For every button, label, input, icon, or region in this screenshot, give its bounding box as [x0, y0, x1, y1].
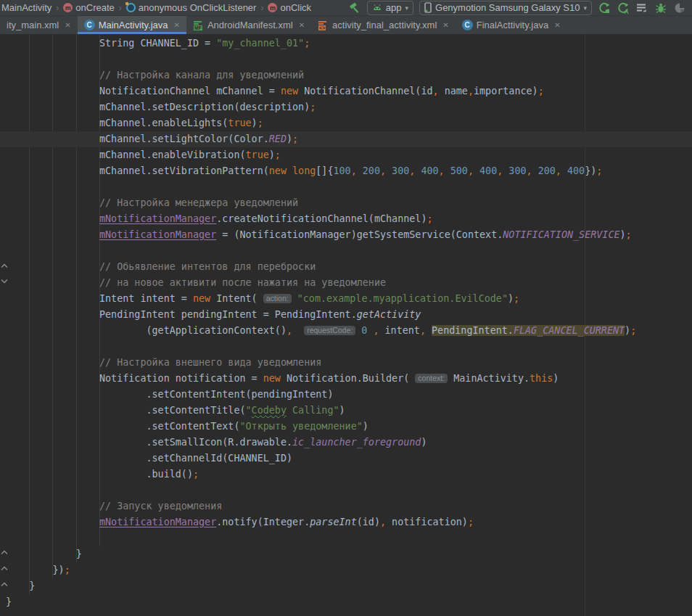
chevron-down-icon: ▾ [583, 4, 587, 12]
close-icon[interactable]: ✕ [173, 21, 179, 29]
code-line[interactable]: Notification notification = new Notifica… [0, 371, 692, 387]
close-icon[interactable]: ✕ [65, 21, 70, 29]
code-line[interactable]: mNotificationManager.createNotificationC… [0, 211, 692, 227]
phone-icon [424, 2, 432, 13]
code-line[interactable]: .setContentText("Открыть уведомление") [0, 419, 692, 435]
run-config-label: app [386, 2, 402, 13]
ide-window: MainActivity›monCreate›anonymous OnClick… [0, 0, 692, 616]
breadcrumb-label: MainActivity [1, 2, 52, 13]
editor-tabbar: ity_main.xml✕CMainActivity.java✕MFAndroi… [0, 16, 692, 34]
method-icon: m [268, 3, 277, 12]
code-line[interactable] [0, 243, 692, 259]
breadcrumb-label: onCreate [75, 2, 114, 13]
breadcrumb-separator: › [119, 3, 122, 13]
breadcrumb-label: anonymous OnClickListener [139, 2, 257, 13]
code-line[interactable]: mChannel.setLightColor(Color.RED); [0, 131, 692, 147]
code-line[interactable]: .setContentTitle("Codeby Calling") [0, 403, 692, 419]
code-line[interactable]: String CHANNEL_ID = "my_channel_01"; [0, 36, 692, 52]
chevron-down-icon: ▾ [405, 4, 409, 12]
breadcrumb-separator: › [56, 3, 59, 13]
code-line[interactable]: } [0, 546, 692, 562]
code-line[interactable]: .setChannelId(CHANNEL_ID) [0, 451, 692, 467]
code-line[interactable] [0, 530, 692, 546]
code-line[interactable]: NotificationChannel mChannel = new Notif… [0, 83, 692, 99]
breadcrumb-label: onClick [280, 2, 311, 13]
code-line[interactable]: } [0, 578, 692, 594]
device-label: Genymotion Samsung Galaxy S10 [435, 2, 580, 13]
code-line[interactable] [0, 339, 692, 355]
tab-label: activity_final_acttivity.xml [332, 20, 437, 30]
code-line[interactable]: .build(); [0, 467, 692, 482]
code-line[interactable]: // Запуск уведомления [0, 498, 692, 514]
tab-MainActivity.java[interactable]: CMainActivity.java✕ [78, 16, 186, 34]
code-line[interactable]: (getApplicationContext(), requestCode: 0… [0, 323, 692, 339]
profiler-icon[interactable] [674, 2, 685, 14]
tab-ity_main.xml[interactable]: ity_main.xml✕ [0, 16, 78, 34]
breadcrumb-separator: › [260, 3, 263, 13]
android-icon [372, 4, 382, 12]
close-icon[interactable]: ✕ [554, 21, 560, 29]
class-icon: C [84, 20, 95, 30]
code-line[interactable] [0, 179, 692, 195]
code-line[interactable] [0, 52, 692, 67]
code-line[interactable]: // Настройка менеджера уведомлений [0, 195, 692, 211]
apply-changes-icon[interactable] [598, 2, 610, 14]
anonymous-class-icon [126, 3, 136, 12]
code-editor[interactable]: String CHANNEL_ID = "my_channel_01"; // … [0, 34, 692, 616]
code-line[interactable]: PendingIntent pendingIntent = PendingInt… [0, 307, 692, 323]
main-toolbar: MainActivity›monCreate›anonymous OnClick… [0, 0, 692, 16]
code-line[interactable]: // на новое активити после нажатия на ув… [0, 275, 692, 291]
code-line[interactable] [0, 482, 692, 498]
run-config-select[interactable]: app ▾ [367, 1, 413, 15]
build-hammer-icon[interactable] [349, 2, 361, 14]
apply-code-changes-icon[interactable]: A [617, 2, 629, 14]
code-line[interactable]: // Настройка внешнего вида уведомления [0, 355, 692, 371]
tab-label: MainActivity.java [99, 20, 168, 30]
code-line[interactable]: mNotificationManager = (NotificationMana… [0, 227, 692, 243]
breadcrumb-item[interactable]: monCreate [63, 2, 114, 13]
code-line[interactable]: mChannel.enableLights(true); [0, 115, 692, 131]
tab-label: ity_main.xml [7, 20, 59, 30]
code-line[interactable]: .setContentIntent(pendingIntent) [0, 387, 692, 403]
breadcrumbs: MainActivity›monCreate›anonymous OnClick… [1, 2, 345, 13]
code-lines[interactable]: String CHANNEL_ID = "my_channel_01"; // … [0, 34, 692, 610]
device-select[interactable]: Genymotion Samsung Galaxy S10 ▾ [419, 1, 592, 15]
tab-FinalActtivity.java[interactable]: CFinalActtivity.java✕ [456, 16, 567, 34]
code-line[interactable]: } [0, 594, 692, 610]
method-icon: m [63, 3, 73, 12]
breadcrumb-item[interactable]: monClick [268, 2, 311, 13]
code-line[interactable]: Intent intent = new Intent( action: "com… [0, 291, 692, 307]
code-line[interactable]: mChannel.setVibrationPattern(new long[]{… [0, 163, 692, 179]
code-line[interactable]: mChannel.enableVibration(true); [0, 147, 692, 163]
build-sequence-icon[interactable] [636, 2, 648, 14]
code-line[interactable]: .setSmallIcon(R.drawable.ic_launcher_for… [0, 435, 692, 451]
code-line[interactable]: }); [0, 562, 692, 578]
close-icon[interactable]: ✕ [442, 21, 448, 29]
breadcrumb-item[interactable]: anonymous OnClickListener [126, 2, 257, 13]
tab-activity_final_acttivity.xml[interactable]: <>activity_final_acttivity.xml✕ [311, 16, 456, 34]
debug-attach-icon[interactable] [655, 2, 667, 14]
tab-AndroidManifest.xml[interactable]: MFAndroidManifest.xml✕ [186, 16, 311, 34]
tab-label: FinalActtivity.java [477, 20, 548, 30]
breadcrumb-item[interactable]: MainActivity [1, 2, 52, 13]
manifest-file-icon: MF [193, 20, 204, 30]
tab-label: AndroidManifest.xml [207, 20, 293, 30]
code-line[interactable]: // Обьявление интентов для переброски [0, 259, 692, 275]
class-icon: C [462, 20, 473, 30]
xml-file-icon: <> [318, 20, 329, 30]
svg-text:A: A [625, 7, 629, 14]
code-line[interactable]: mNotificationManager.notify(Integer.pars… [0, 514, 692, 530]
code-line[interactable]: mChannel.setDescription(description); [0, 99, 692, 115]
code-line[interactable]: // Настройка канала для уведомлений [0, 67, 692, 83]
close-icon[interactable]: ✕ [299, 21, 305, 29]
